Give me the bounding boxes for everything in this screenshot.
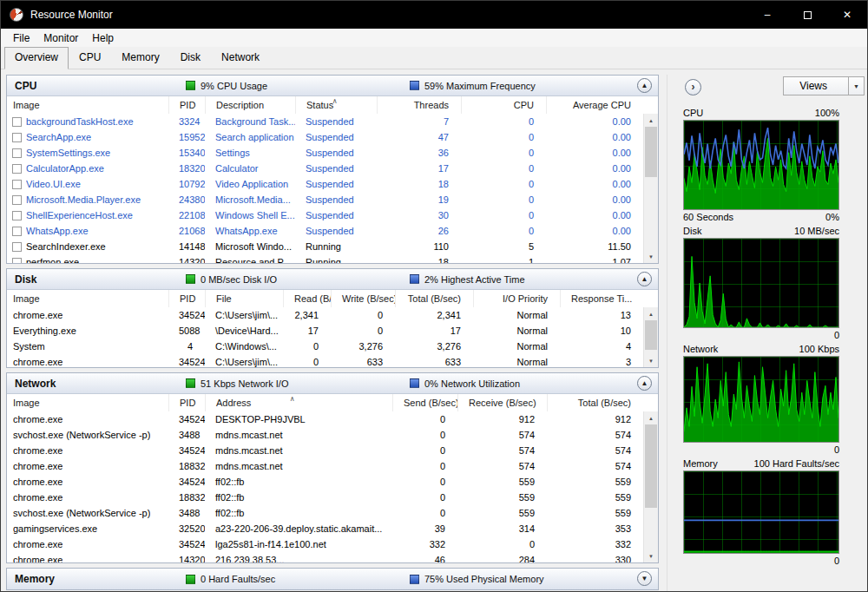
tab-memory[interactable]: Memory: [111, 48, 169, 69]
cpu-process-row[interactable]: Microsoft.Media.Player.exe 24380 Microso…: [7, 192, 643, 207]
tab-network[interactable]: Network: [211, 48, 270, 69]
cpu-collapse-button[interactable]: ▲: [637, 78, 652, 93]
disk-collapse-button[interactable]: ▲: [637, 272, 652, 286]
cpu-section-header[interactable]: CPU 9% CPU Usage 59% Maximum Frequency ▲: [7, 76, 658, 96]
col-file[interactable]: File: [205, 290, 283, 307]
cpu-scrollbar[interactable]: ▲ ▼: [643, 114, 658, 263]
disk-section-header[interactable]: Disk 0 MB/sec Disk I/O 2% Highest Active…: [7, 269, 658, 290]
network-process-row[interactable]: chrome.exe 34524 ff02::fb 0 559 559: [7, 474, 643, 490]
scroll-thumb[interactable]: [645, 320, 657, 350]
col-image[interactable]: Image: [7, 394, 168, 411]
menu-monitor[interactable]: Monitor: [36, 30, 85, 46]
cpu-process-row[interactable]: CalculatorApp.exe 18320 Calculator Suspe…: [7, 161, 643, 176]
cpu-process-row[interactable]: Video.UI.exe 10792 Video Application Sus…: [7, 176, 643, 192]
cpu-process-row[interactable]: perfmon.exe 14320 Resource and P... Runn…: [7, 254, 643, 263]
col-image[interactable]: Image: [7, 290, 168, 307]
cpu-process-row[interactable]: backgroundTaskHost.exe 3324 Background T…: [7, 114, 643, 129]
col-description[interactable]: Description: [205, 96, 295, 114]
pane-splitter[interactable]: [659, 75, 667, 591]
col-pid[interactable]: PID: [168, 290, 205, 307]
col-address[interactable]: ∧Address: [205, 394, 392, 411]
process-checkbox[interactable]: [12, 211, 22, 220]
process-checkbox[interactable]: [12, 148, 22, 158]
scroll-up-icon[interactable]: ▲: [644, 411, 658, 424]
scroll-down-icon[interactable]: ▼: [644, 250, 658, 263]
col-io-priority[interactable]: I/O Priority: [473, 290, 560, 307]
process-checkbox[interactable]: [12, 227, 22, 236]
col-threads[interactable]: Threads: [377, 96, 461, 114]
scroll-thumb[interactable]: [645, 127, 657, 177]
maximize-button[interactable]: [787, 1, 827, 29]
scroll-down-icon[interactable]: ▼: [644, 549, 658, 562]
tab-cpu[interactable]: CPU: [69, 48, 111, 69]
process-checkbox[interactable]: [12, 195, 22, 205]
close-button[interactable]: ✕: [827, 1, 867, 29]
cpu-process-row[interactable]: SearchIndexer.exe 14148 Microsoft Windo.…: [7, 239, 643, 254]
network-process-row[interactable]: chrome.exe 34524 mdns.mcast.net 0 574 57…: [7, 443, 643, 458]
process-checkbox[interactable]: [12, 117, 22, 127]
network-table-header: Image PID ∧Address Send (B/sec) Receive …: [7, 394, 643, 411]
col-total[interactable]: Total (B/sec): [547, 394, 643, 411]
process-checkbox[interactable]: [12, 133, 22, 142]
disk-process-row[interactable]: chrome.exe 34524 C:\Users\jim\... 0 633 …: [7, 354, 643, 367]
disk-table-header: Image PID File Read (B/sec) Write (B/sec…: [7, 290, 643, 307]
col-response-time[interactable]: Response Ti...: [560, 290, 643, 307]
network-process-row[interactable]: chrome.exe 14320 216.239.38.53... 46 284…: [7, 552, 643, 562]
network-scrollbar[interactable]: ▲ ▼: [643, 411, 658, 562]
col-receive[interactable]: Receive (B/sec): [457, 394, 547, 411]
process-checkbox[interactable]: [12, 164, 22, 174]
cpu-frequency-label: 59% Maximum Frequency: [424, 81, 536, 91]
minimize-button[interactable]: –: [747, 1, 787, 29]
network-graph: [683, 356, 839, 443]
scroll-down-icon[interactable]: ▼: [644, 354, 658, 367]
network-process-row[interactable]: chrome.exe 34524 DESKTOP-PH9JVBL 0 912 9…: [7, 411, 643, 427]
col-pid[interactable]: PID: [168, 394, 205, 411]
views-button[interactable]: Views ▼: [783, 76, 865, 95]
disk-process-row[interactable]: chrome.exe 34524 C:\Users\jim\... 2,341 …: [7, 307, 643, 323]
cpu-process-row[interactable]: ShellExperienceHost.exe 22108 Windows Sh…: [7, 207, 643, 223]
network-process-row[interactable]: chrome.exe 34524 lga25s81-in-f14.1e100.n…: [7, 536, 643, 552]
process-checkbox[interactable]: [12, 242, 22, 252]
scroll-up-icon[interactable]: ▲: [644, 114, 658, 127]
col-pid[interactable]: PID: [168, 96, 205, 114]
cpu-process-row[interactable]: SearchApp.exe 15952 Search application S…: [7, 129, 643, 145]
process-checkbox[interactable]: [12, 258, 22, 264]
network-process-row[interactable]: svchost.exe (NetworkService -p) 3488 mdn…: [7, 427, 643, 443]
views-dropdown-arrow-icon[interactable]: ▼: [848, 77, 864, 95]
memory-graph-label: Memory: [683, 458, 718, 469]
collapse-graphs-button[interactable]: ›: [685, 79, 701, 95]
network-process-row[interactable]: svchost.exe (NetworkService -p) 3488 ff0…: [7, 505, 643, 521]
cpu-process-row[interactable]: WhatsApp.exe 21068 WhatsApp.exe Suspende…: [7, 223, 643, 239]
col-cpu[interactable]: CPU: [461, 96, 546, 114]
network-process-row[interactable]: chrome.exe 18832 ff02::fb 0 559 559: [7, 490, 643, 505]
col-total[interactable]: Total (B/sec): [395, 290, 473, 307]
col-average-cpu[interactable]: Average CPU: [546, 96, 643, 114]
memory-faults-label: 0 Hard Faults/sec: [201, 574, 275, 584]
disk-scrollbar[interactable]: ▲ ▼: [643, 307, 658, 367]
network-process-row[interactable]: gamingservices.exe 32520 a23-220-206-39.…: [7, 521, 643, 536]
col-read[interactable]: Read (B/sec): [283, 290, 331, 307]
menu-help[interactable]: Help: [85, 30, 121, 46]
network-process-row[interactable]: chrome.exe 18832 mdns.mcast.net 0 574 57…: [7, 458, 643, 474]
disk-table-body: chrome.exe 34524 C:\Users\jim\... 2,341 …: [7, 307, 643, 367]
col-write[interactable]: Write (B/sec): [331, 290, 395, 307]
col-send[interactable]: Send (B/sec): [392, 394, 457, 411]
menu-file[interactable]: File: [6, 30, 36, 46]
process-checkbox[interactable]: [12, 180, 22, 189]
disk-process-row[interactable]: Everything.exe 5088 \Device\Hard... 17 0…: [7, 323, 643, 339]
memory-expand-button[interactable]: ▼: [637, 571, 652, 586]
tab-overview[interactable]: Overview: [4, 47, 69, 69]
col-image[interactable]: Image: [7, 96, 168, 114]
tab-disk[interactable]: Disk: [170, 48, 211, 69]
scroll-thumb[interactable]: [645, 424, 657, 508]
disk-process-row[interactable]: System 4 C:\Windows\... 0 3,276 3,276 No…: [7, 339, 643, 354]
cpu-process-row[interactable]: SystemSettings.exe 15340 Settings Suspen…: [7, 145, 643, 161]
network-table-body: chrome.exe 34524 DESKTOP-PH9JVBL 0 912 9…: [7, 411, 643, 562]
scroll-up-icon[interactable]: ▲: [644, 307, 658, 320]
col-status[interactable]: ∧Status: [295, 96, 377, 114]
network-section-header[interactable]: Network 51 Kbps Network I/O 0% Network U…: [7, 373, 658, 394]
disk-section: Disk 0 MB/sec Disk I/O 2% Highest Active…: [6, 268, 659, 368]
network-collapse-button[interactable]: ▲: [637, 376, 652, 391]
memory-section-header[interactable]: Memory 0 Hard Faults/sec 75% Used Physic…: [7, 569, 658, 589]
maximize-icon: [804, 11, 812, 19]
